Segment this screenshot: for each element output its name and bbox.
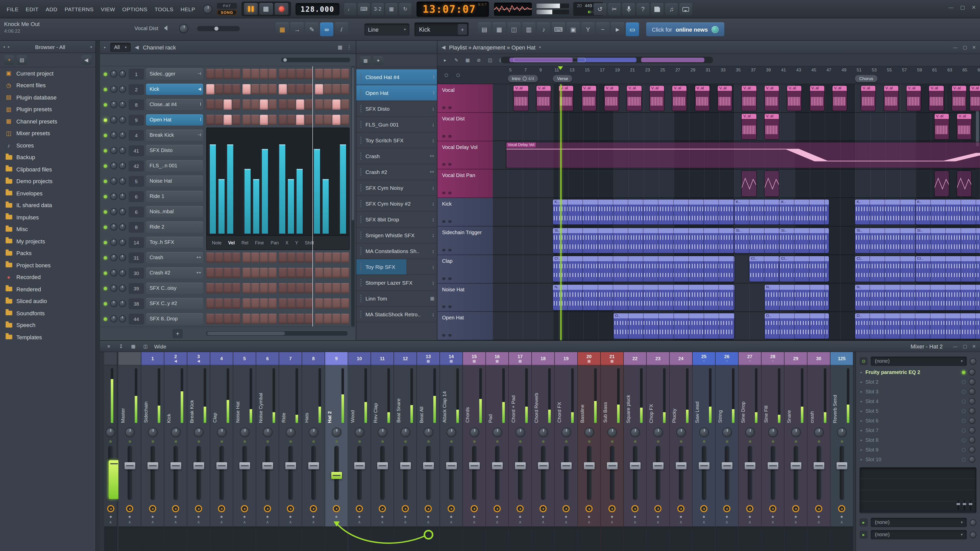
- channel-pan-knob[interactable]: [110, 147, 118, 154]
- channel-volume-knob[interactable]: [119, 254, 126, 261]
- channel-button[interactable]: Break Kick⊣: [146, 130, 203, 141]
- step-cell[interactable]: [269, 115, 277, 125]
- strip-header[interactable]: 7: [279, 352, 302, 365]
- strip-header[interactable]: 125: [830, 352, 853, 365]
- mute-led[interactable]: [703, 440, 705, 443]
- slice-tool-icon[interactable]: /: [335, 22, 348, 36]
- step-cell[interactable]: [305, 314, 313, 324]
- volume-fader[interactable]: [655, 446, 660, 500]
- step-cell[interactable]: [332, 283, 340, 293]
- step-cell[interactable]: [242, 283, 251, 293]
- audio-clip[interactable]: V..al: [952, 86, 966, 111]
- pan-knob[interactable]: [538, 427, 548, 437]
- input-gain-knob[interactable]: [970, 358, 977, 365]
- mixer-strip-master[interactable]: Master∧: [118, 352, 142, 551]
- channel-pan-knob[interactable]: [110, 101, 118, 108]
- step-cell[interactable]: [332, 84, 340, 94]
- fader-handle[interactable]: [767, 462, 778, 469]
- channel-led[interactable]: [103, 149, 107, 152]
- step-cell[interactable]: [242, 268, 251, 278]
- step-cell[interactable]: [224, 299, 232, 309]
- audio-clip[interactable]: V..al: [742, 114, 756, 140]
- step-cell[interactable]: [305, 268, 313, 278]
- mute-led[interactable]: [679, 440, 682, 443]
- stereo-sep-knob[interactable]: [815, 505, 822, 512]
- fader-handle[interactable]: [676, 462, 686, 469]
- master-pitch-slider[interactable]: [536, 10, 569, 14]
- step-cell[interactable]: [296, 252, 304, 263]
- step-cell[interactable]: [206, 299, 215, 309]
- dock-arrow-icon[interactable]: ∧: [164, 519, 187, 527]
- stereo-sep-knob[interactable]: [700, 505, 708, 512]
- step-cell[interactable]: [279, 252, 287, 263]
- step-cell[interactable]: [260, 283, 268, 293]
- channel-button[interactable]: SFX C..y #2: [146, 298, 203, 309]
- step-cell[interactable]: [279, 115, 287, 125]
- minimize-button[interactable]: —: [953, 44, 958, 50]
- step-cell[interactable]: [287, 69, 296, 79]
- pattern-clip[interactable]: K..: [553, 199, 734, 225]
- strip-header[interactable]: 12: [394, 352, 417, 365]
- strip-header[interactable]: 26~: [716, 352, 738, 365]
- step-cell[interactable]: [324, 314, 332, 324]
- step-cell[interactable]: [296, 283, 304, 293]
- velocity-bar[interactable]: [245, 169, 251, 234]
- send-icon[interactable]: ▸: [859, 530, 868, 539]
- pan-knob[interactable]: [469, 427, 479, 437]
- fader-handle[interactable]: [813, 462, 824, 469]
- step-cell[interactable]: [215, 69, 223, 79]
- dock-arrow-icon[interactable]: ∧: [394, 519, 417, 527]
- stereo-sep-knob[interactable]: [126, 505, 133, 512]
- menu-options[interactable]: OPTIONS: [119, 4, 151, 14]
- marker-chorus[interactable]: Chorus: [855, 75, 877, 82]
- effect-slot-2[interactable]: ▸Slot 2: [859, 377, 977, 387]
- automation-icon[interactable]: ~: [596, 22, 609, 36]
- browser-item-my-projects[interactable]: My projects: [0, 235, 95, 247]
- stereo-sep-knob[interactable]: [838, 505, 845, 512]
- pattern-clip[interactable]: N..: [855, 285, 980, 310]
- step-cell[interactable]: [232, 268, 240, 278]
- mixer-strip-kick[interactable]: 2◀Kick∧: [164, 352, 187, 551]
- picker-item-open-hat[interactable]: Open HatI: [356, 85, 437, 101]
- automation-clip[interactable]: Vocal Delay Vol: [506, 142, 980, 168]
- channel-pan-knob[interactable]: [110, 239, 118, 246]
- dock-arrow-icon[interactable]: ∧: [738, 519, 761, 527]
- track-header-vocal[interactable]: Vocal: [438, 84, 493, 113]
- slot-mix-knob[interactable]: [969, 379, 975, 385]
- track-mute-icon[interactable]: [442, 248, 445, 251]
- metronome-button[interactable]: ♩: [344, 3, 356, 15]
- step-cell[interactable]: [260, 252, 268, 263]
- strip-header[interactable]: 23: [647, 352, 669, 365]
- audio-clip[interactable]: V..al: [742, 86, 756, 111]
- step-edit-button[interactable]: ▦: [385, 3, 398, 15]
- track-header-vocal-dist-pan[interactable]: Vocal Dist Pan: [438, 170, 493, 198]
- step-cell[interactable]: [206, 268, 215, 278]
- dock-arrow-icon[interactable]: ∧: [348, 519, 371, 527]
- stereo-sep-knob[interactable]: [218, 505, 225, 512]
- mini-fader[interactable]: [964, 500, 965, 510]
- step-cell[interactable]: [242, 252, 251, 263]
- browser-item-mixer-presets[interactable]: ◫Mixer presets: [0, 127, 95, 139]
- pan-knob[interactable]: [561, 427, 571, 437]
- maximize-button[interactable]: ▢: [963, 344, 967, 349]
- dock-arrow-icon[interactable]: ∧: [104, 519, 117, 527]
- channel-target-number[interactable]: 6: [129, 191, 144, 202]
- track-header-kick[interactable]: Kick: [438, 198, 493, 227]
- step-cell[interactable]: [332, 115, 340, 125]
- volume-fader[interactable]: [196, 446, 201, 500]
- volume-fader[interactable]: [770, 446, 775, 500]
- forward-icon[interactable]: ▸: [8, 44, 10, 49]
- channel-led[interactable]: [103, 210, 107, 213]
- strip-header[interactable]: 6: [256, 352, 279, 365]
- fader-handle[interactable]: [109, 460, 119, 499]
- stereo-sep-knob[interactable]: [425, 505, 432, 512]
- hint-slider[interactable]: [197, 26, 240, 31]
- stereo-sep-knob[interactable]: [677, 505, 684, 512]
- automation-clip[interactable]: [742, 171, 756, 197]
- strip-header[interactable]: [118, 352, 141, 365]
- audio-clip[interactable]: V..al: [861, 86, 875, 111]
- mute-led[interactable]: [496, 440, 498, 443]
- stereo-sep-knob[interactable]: [172, 505, 179, 512]
- picker-star-icon[interactable]: ✦: [373, 56, 383, 65]
- step-cell[interactable]: [206, 314, 215, 324]
